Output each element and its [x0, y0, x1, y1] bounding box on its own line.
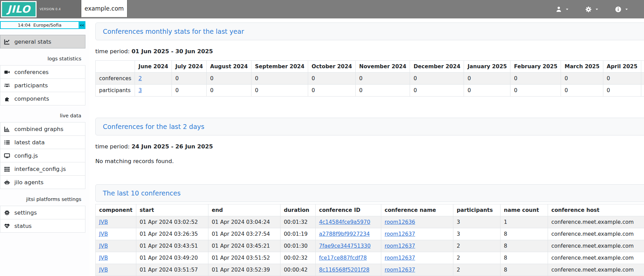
- conference-cell-link[interactable]: room12636: [385, 219, 415, 225]
- conference-cell-link[interactable]: JVB: [99, 231, 108, 237]
- sidebar-item-label: conferences: [14, 69, 49, 75]
- sidebar-item-combined-graphs[interactable]: combined graphs: [0, 122, 85, 136]
- conference-cell-link[interactable]: 4c14584fce9a5970: [319, 219, 370, 225]
- conference-cell-link[interactable]: 8c116568f5201f28: [319, 267, 370, 273]
- conference-cell: 01 Apr 2024 03:26:35: [136, 228, 208, 240]
- monthly-stats-cell: 3: [135, 85, 172, 97]
- monthly-stats-cell-link[interactable]: 3: [138, 87, 142, 93]
- sidebar-nav: general statslogs statisticsconferencesp…: [0, 35, 85, 236]
- monthly-stats-title[interactable]: Conferences monthly stats for the last y…: [103, 28, 244, 35]
- conference-cell: 8: [500, 264, 548, 276]
- conference-cell-link[interactable]: JVB: [99, 243, 108, 249]
- monthly-stats-cell: 0: [308, 85, 356, 97]
- time-display: 14:04 Europe/Sofia: [0, 21, 79, 29]
- sidebar-item-conferences[interactable]: conferences: [0, 65, 85, 79]
- monthly-stats-cell: 0: [356, 73, 410, 85]
- monthly-stats-cell: 0: [251, 85, 308, 97]
- conference-column-header: start: [136, 204, 208, 216]
- conference-cell-link[interactable]: room12637: [385, 267, 415, 273]
- conference-cell: JVB: [96, 264, 136, 276]
- conference-cell-link[interactable]: 7fae9ce344751330: [319, 243, 371, 249]
- monthly-stats-cell: 0: [561, 85, 603, 97]
- monthly-stats-cell: 0: [464, 73, 510, 85]
- monthly-stats-column-header: May 2025: [641, 61, 644, 73]
- monthly-stats-cell: 0: [641, 85, 644, 97]
- grid-icon: [4, 166, 10, 172]
- monthly-stats-cell: 0: [207, 73, 251, 85]
- gear-icon: [585, 6, 592, 13]
- conference-cell-link[interactable]: room12637: [385, 255, 415, 261]
- monthly-stats-cell-link[interactable]: 2: [138, 75, 142, 82]
- conference-cell-link[interactable]: room12637: [385, 243, 415, 249]
- sidebar-item-components[interactable]: components: [0, 92, 85, 105]
- sidebar-collapse-button[interactable]: <<: [79, 21, 85, 29]
- conference-cell: room12637: [381, 240, 453, 252]
- settings-menu[interactable]: [585, 6, 599, 13]
- video-camera-icon: [4, 69, 10, 75]
- conference-cell: 01 Apr 2024 03:49:20: [136, 252, 208, 264]
- info-icon: [615, 6, 621, 13]
- sidebar-item-label: config.js: [14, 152, 38, 159]
- conference-column-header: component: [96, 204, 136, 216]
- conference-cell: 01 Apr 2024 03:02:52: [136, 216, 208, 228]
- conference-cell-link[interactable]: JVB: [99, 255, 108, 261]
- main-content: Conferences monthly stats for the last y…: [90, 18, 644, 276]
- robot-icon: [4, 179, 10, 185]
- conference-cell-link[interactable]: JVB: [99, 219, 108, 225]
- user-menu[interactable]: [556, 6, 569, 13]
- monthly-stats-column-header: September 2024: [251, 61, 308, 73]
- monthly-stats-cell: 0: [464, 85, 510, 97]
- app-logo[interactable]: JILO: [1, 1, 37, 17]
- sidebar-item-config-js[interactable]: config.js: [0, 149, 85, 162]
- conference-cell: conference.meet.example.com: [548, 240, 644, 252]
- sidebar-item-interface-config-js[interactable]: interface_config.js: [0, 162, 85, 176]
- sidebar-item-settings[interactable]: settings: [0, 206, 85, 219]
- list-icon: [4, 140, 10, 145]
- conference-cell: 01 Apr 2024 03:52:39: [208, 264, 280, 276]
- conference-column-header: duration: [280, 204, 315, 216]
- sidebar-item-latest-data[interactable]: latest data: [0, 135, 85, 149]
- sidebar-item-status[interactable]: status: [0, 219, 85, 233]
- sidebar-item-label: jilo agents: [14, 179, 43, 186]
- sidebar-item-general-stats[interactable]: general stats: [0, 35, 85, 48]
- desktop-icon: [4, 153, 10, 159]
- user-icon: [556, 6, 562, 13]
- conference-header-row: componentstartenddurationconference IDco…: [96, 204, 644, 216]
- conference-row: JVB01 Apr 2024 03:49:2001 Apr 2024 03:51…: [96, 252, 644, 264]
- conference-cell: room12636: [381, 216, 453, 228]
- monthly-stats-column-header: February 2025: [510, 61, 561, 73]
- monthly-stats-cell: 0: [172, 73, 207, 85]
- conference-row: JVB01 Apr 2024 03:51:5701 Apr 2024 03:52…: [96, 264, 644, 276]
- conference-cell: JVB: [96, 252, 136, 264]
- info-menu[interactable]: [615, 6, 628, 13]
- topbar-spacer: [127, 0, 556, 18]
- monthly-stats-column-header: August 2024: [207, 61, 251, 73]
- caret-down-icon: [595, 8, 599, 11]
- nav-group-header: jitsi platforms settings: [0, 194, 85, 205]
- conference-cell: 01 Apr 2024 03:45:21: [208, 240, 280, 252]
- monthly-stats-cell: 0: [207, 85, 251, 97]
- last-10-conferences-title[interactable]: The last 10 conferences: [103, 189, 181, 197]
- sidebar-item-participants[interactable]: participants: [0, 78, 85, 92]
- monthly-stats-cell: 0: [410, 73, 464, 85]
- conference-cell-link[interactable]: JVB: [99, 267, 108, 273]
- time-period-value: 24 Jun 2025 - 26 Jun 2025: [132, 143, 213, 150]
- conference-cell: 01 Apr 2024 03:27:54: [208, 228, 280, 240]
- heart-pulse-icon: [4, 223, 10, 229]
- sidebar-item-jilo-agents[interactable]: jilo agents: [0, 175, 85, 189]
- conference-cell-link[interactable]: room12637: [385, 231, 415, 237]
- conference-cell-link[interactable]: fce17ce887fcdf78: [319, 255, 367, 261]
- puzzle-piece-icon: [4, 96, 10, 102]
- last-2-days-card: Conferences for the last 2 days: [95, 118, 644, 135]
- conference-cell: room12637: [381, 228, 453, 240]
- sidebar-item-label: interface_config.js: [14, 166, 66, 172]
- platform-tab[interactable]: example.com: [81, 0, 127, 17]
- nav-group-header: live data: [0, 110, 85, 121]
- last-2-days-title[interactable]: Conferences for the last 2 days: [103, 123, 204, 130]
- conference-column-header: end: [208, 204, 280, 216]
- conference-cell: 00:01:32: [280, 216, 315, 228]
- conference-cell-link[interactable]: a2788f9bf9927234: [319, 231, 370, 237]
- monthly-stats-cell: 0: [641, 73, 644, 85]
- monthly-stats-cell: 0: [603, 85, 641, 97]
- caret-down-icon: [565, 8, 569, 11]
